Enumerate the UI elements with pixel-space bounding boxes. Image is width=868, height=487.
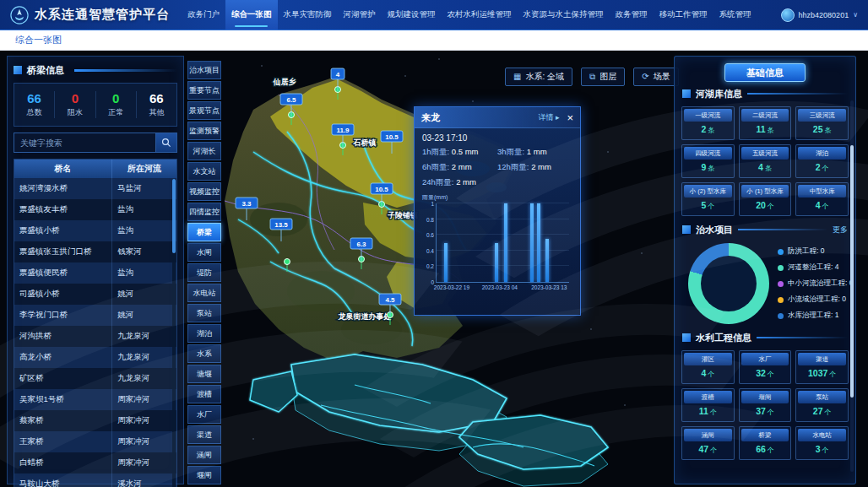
card-label: 灌区: [684, 353, 732, 365]
layer-item-渡槽[interactable]: 渡槽: [187, 385, 221, 403]
stat-card-堰闸: 堰闸37个: [739, 388, 792, 422]
layer-item-堰闸[interactable]: 堰闸: [187, 466, 221, 484]
bridge-name-cell: 票盛镇张玉拱门口桥: [14, 241, 111, 262]
nav-item-政务管理[interactable]: 政务管理: [610, 0, 654, 30]
table-row[interactable]: 票盛镇张玉拱门口桥钱家河: [14, 241, 176, 262]
river-cell: 周家冲河: [111, 431, 176, 452]
layer-item-监测预警[interactable]: 监测预警: [187, 122, 221, 140]
layer-item-视频监控[interactable]: 视频监控: [187, 182, 221, 201]
chart-gridline: [437, 219, 569, 219]
layer-item-治水项目[interactable]: 治水项目: [187, 61, 221, 79]
tool-button-label: 场景: [654, 71, 670, 83]
nav-item-规划建设管理[interactable]: 规划建设管理: [382, 0, 442, 30]
right-scrollbar-thumb[interactable]: [850, 145, 854, 398]
card-value: 37个: [741, 403, 789, 419]
map-extruded-blocks: [250, 354, 608, 486]
table-row[interactable]: 票盛镇便民桥盐沟: [14, 262, 176, 284]
table-row[interactable]: 李学祝门口桥姚河: [14, 305, 176, 326]
stat-card-五级河流: 五级河流4条: [739, 144, 792, 178]
nav-item-河湖管护[interactable]: 河湖管护: [338, 0, 382, 30]
chart-x-axis-labels: 2023-03-22 192023-03-23 042023-03-23 13: [436, 284, 569, 295]
bridge-table: 桥名 所在河流 姚河湾漫水桥马盐河票盛镇友丰桥盐沟票盛镇小桥盐沟票盛镇张玉拱门口…: [14, 159, 177, 487]
layer-item-水电站[interactable]: 水电站: [187, 284, 221, 302]
nav-item-农村水利运维管理[interactable]: 农村水利运维管理: [442, 0, 518, 30]
river-cell: 溪水河: [111, 473, 176, 487]
projects-donut-row: 防洪工程: 0河道整治工程: 4中小河流治理工程: 0小流域治理工程: 0水库治…: [675, 238, 855, 326]
svg-text:6.5: 6.5: [286, 96, 296, 104]
layer-item-重要节点[interactable]: 重要节点: [187, 81, 221, 100]
layer-item-景观节点[interactable]: 景观节点: [187, 101, 221, 120]
base-info-button[interactable]: 基础信息: [724, 63, 806, 82]
bridge-name-cell: 票盛镇小桥: [14, 220, 111, 241]
main-area: 仙居乡石桥镇子陵铺镇龙泉街道办事处 46.511.910.53.310.513.…: [0, 51, 868, 487]
stat-value: 0: [96, 91, 136, 106]
card-number: 2: [701, 125, 706, 134]
nav-item-综合一张图[interactable]: 综合一张图: [225, 0, 278, 30]
table-row[interactable]: 姚河湾漫水桥马盐河: [14, 178, 176, 199]
nav-item-水资源与水土保持管理[interactable]: 水资源与水土保持管理: [518, 0, 610, 30]
table-row[interactable]: 高龙小桥九龙泉河: [14, 347, 176, 368]
layer-item-水系[interactable]: 水系: [187, 344, 221, 363]
layer-item-泵站[interactable]: 泵站: [187, 304, 221, 322]
layer-item-水文站[interactable]: 水文站: [187, 162, 221, 181]
table-row[interactable]: 吴家坝1号桥周家冲河: [14, 389, 176, 410]
layer-item-水闸[interactable]: 水闸: [187, 243, 221, 262]
legend-label: 中小河流治理工程: 0: [788, 279, 853, 289]
layer-item-塘堰[interactable]: 塘堰: [187, 365, 221, 383]
metric-value: 1 mm: [527, 147, 547, 156]
tool-button-场景[interactable]: ⟳场景: [633, 68, 678, 86]
metric-label: 6h雨量:: [422, 162, 452, 171]
layer-item-河湖长[interactable]: 河湖长: [187, 142, 221, 160]
card-unit: 个: [768, 409, 774, 416]
metric-label: 3h雨量:: [497, 147, 527, 156]
table-row[interactable]: 马鞍山大桥溪水河: [14, 473, 176, 487]
card-value: 1037个: [798, 365, 846, 381]
section-bullet-icon: [682, 333, 691, 342]
table-row[interactable]: 白蜡桥周家冲河: [14, 452, 176, 473]
table-row[interactable]: 票盛镇友丰桥盐沟: [14, 199, 176, 220]
search-button[interactable]: [155, 133, 177, 153]
layer-item-渠道[interactable]: 渠道: [187, 425, 221, 444]
nav-item-系统管理[interactable]: 系统管理: [713, 0, 757, 30]
card-number: 4: [701, 369, 706, 378]
metric-value: 2 mm: [531, 162, 551, 171]
user-menu[interactable]: hhzb42080201 ∨: [776, 8, 868, 22]
layer-item-四情监控[interactable]: 四情监控: [187, 203, 221, 221]
card-label: 三级河流: [798, 109, 846, 122]
nav-item-移动工作管理[interactable]: 移动工作管理: [654, 0, 713, 30]
card-number: 2: [816, 163, 821, 172]
table-row[interactable]: 王家桥周家冲河: [14, 431, 176, 452]
rain-bar: [444, 243, 448, 283]
layer-item-水厂[interactable]: 水厂: [187, 405, 221, 424]
table-scrollbar-thumb[interactable]: [172, 179, 176, 253]
popup-details-link[interactable]: 详情 ▸: [538, 112, 559, 123]
chart-x-tick: 2023-03-23 04: [482, 284, 518, 290]
layer-item-涵闸[interactable]: 涵闸: [187, 446, 221, 464]
table-row[interactable]: 司盛镇小桥姚河: [14, 284, 176, 305]
card-unit: 个: [708, 203, 714, 210]
app-logo-icon: [10, 6, 29, 24]
tool-button-图层[interactable]: ⧉图层: [581, 68, 625, 86]
tool-button-水系: 全域[interactable]: ▦水系: 全域: [505, 68, 572, 86]
table-row[interactable]: 蔡家桥周家冲河: [14, 410, 176, 431]
search-input[interactable]: [14, 133, 155, 153]
nav-item-政务门户[interactable]: 政务门户: [182, 0, 225, 30]
facilities-cards-grid: 灌区4个水厂32个渠道1037个渡槽11个堰闸37个泵站27个涵闸47个桥梁66…: [675, 346, 855, 462]
stat-value: 66: [137, 91, 176, 106]
breadcrumb[interactable]: 综合一张图: [15, 34, 62, 46]
table-row[interactable]: 矿区桥九龙泉河: [14, 368, 176, 389]
table-row[interactable]: 票盛镇小桥盐沟: [14, 220, 176, 241]
nav-item-水旱灾害防御[interactable]: 水旱灾害防御: [278, 0, 338, 30]
card-unit: 个: [822, 447, 829, 454]
layer-item-桥梁[interactable]: 桥梁: [187, 223, 221, 241]
layer-item-堤防[interactable]: 堤防: [187, 263, 221, 282]
tool-button-label: 图层: [599, 71, 616, 83]
table-row[interactable]: 河沟拱桥九龙泉河: [14, 326, 176, 347]
more-link[interactable]: 更多: [833, 225, 848, 235]
svg-text:11.9: 11.9: [336, 127, 350, 134]
chart-y-tick: 0.6: [426, 232, 434, 238]
tool-button-label: 水系: 全域: [525, 71, 564, 83]
top-header: 水系连通智慧管护平台 政务门户综合一张图水旱灾害防御河湖管护规划建设管理农村水利…: [0, 0, 868, 30]
close-icon[interactable]: ×: [567, 112, 573, 123]
layer-item-湖泊[interactable]: 湖泊: [187, 324, 221, 343]
